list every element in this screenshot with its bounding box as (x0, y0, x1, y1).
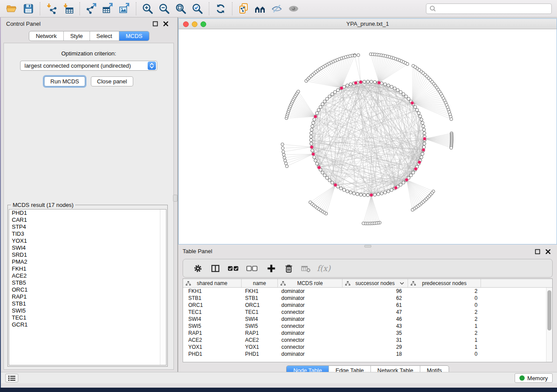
network-node-dominator[interactable] (310, 145, 314, 149)
network-node[interactable] (319, 106, 322, 109)
new-network-from-selection-button[interactable] (235, 2, 252, 16)
network-node[interactable] (310, 131, 313, 134)
network-node-dominator[interactable] (311, 152, 315, 156)
network-node[interactable] (393, 87, 396, 90)
open-file-button[interactable] (3, 2, 20, 16)
tab-select[interactable]: Select (90, 31, 119, 41)
table-row[interactable]: RAP1RAP1dominator352 (183, 330, 546, 337)
network-node[interactable] (414, 106, 417, 109)
network-node-dominator[interactable] (318, 166, 321, 169)
select-all-button[interactable] (225, 262, 243, 275)
network-node[interactable] (315, 111, 318, 114)
table-row[interactable]: FKH1FKH1dominator962 (183, 288, 546, 295)
network-node[interactable] (384, 191, 387, 194)
export-network-button[interactable] (83, 2, 100, 16)
network-node[interactable] (311, 149, 314, 152)
network-node[interactable] (281, 147, 284, 150)
network-node-dominator[interactable] (334, 183, 337, 187)
network-node[interactable] (407, 97, 410, 100)
network-node[interactable] (331, 93, 334, 96)
list-item[interactable]: ACE2 (9, 272, 166, 279)
column-header-name[interactable]: name (242, 279, 278, 287)
network-node[interactable] (310, 128, 313, 131)
network-node[interactable] (353, 54, 356, 57)
network-node[interactable] (417, 111, 420, 114)
network-node-dominator[interactable] (377, 81, 381, 85)
list-item[interactable]: STB5 (9, 279, 166, 286)
list-item[interactable]: PHD1 (9, 210, 166, 217)
network-node[interactable] (325, 176, 329, 179)
tab-style[interactable]: Style (63, 31, 90, 41)
zoom-out-button[interactable] (156, 2, 173, 16)
table-row[interactable]: ACE2ACE2connector311 (183, 337, 546, 344)
float-window-icon[interactable] (535, 249, 540, 254)
list-item[interactable]: GCR1 (9, 321, 166, 328)
network-node[interactable] (339, 187, 343, 190)
show-all-button[interactable] (285, 2, 302, 16)
network-node-dominator[interactable] (394, 186, 398, 189)
network-node-dominator[interactable] (418, 161, 421, 164)
network-node-dominator[interactable] (423, 137, 426, 141)
float-window-icon[interactable] (152, 21, 158, 27)
network-node[interactable] (422, 125, 425, 128)
network-node[interactable] (390, 85, 393, 88)
network-node[interactable] (370, 80, 373, 83)
network-node[interactable] (349, 83, 352, 86)
network-node[interactable] (356, 193, 359, 196)
export-image-button[interactable] (116, 2, 133, 16)
network-node[interactable] (380, 192, 383, 195)
memory-button[interactable]: Memory (515, 373, 553, 383)
network-node[interactable] (343, 189, 346, 192)
network-node-dominator[interactable] (405, 178, 408, 182)
delete-table-button[interactable] (298, 262, 314, 275)
run-mcds-button[interactable]: Run MCDS (44, 76, 85, 86)
optimization-select[interactable]: largest connected component (undirected) (20, 61, 157, 71)
network-node[interactable] (405, 95, 408, 98)
network-node[interactable] (373, 193, 376, 196)
network-node[interactable] (420, 156, 423, 159)
network-node[interactable] (399, 90, 402, 93)
network-node[interactable] (309, 135, 312, 138)
column-header-mcds-role[interactable]: MCDS role (278, 279, 343, 287)
tab-mcds[interactable]: MCDS (119, 31, 149, 41)
network-node[interactable] (317, 108, 320, 111)
network-node[interactable] (323, 174, 326, 177)
network-node[interactable] (421, 121, 424, 124)
close-icon[interactable] (163, 21, 169, 27)
network-node[interactable] (310, 142, 313, 145)
list-item[interactable]: CAR1 (9, 217, 166, 224)
import-table-button[interactable] (60, 2, 76, 16)
network-node[interactable] (321, 103, 324, 106)
hide-selected-button[interactable] (269, 2, 285, 16)
network-node[interactable] (346, 190, 349, 193)
network-node[interactable] (387, 84, 390, 87)
network-node[interactable] (362, 222, 365, 225)
network-node-dominator[interactable] (370, 193, 373, 197)
task-history-button[interactable] (5, 374, 18, 382)
network-node-dominator[interactable] (422, 148, 425, 151)
table-row[interactable]: YOX1YOX1connector291 (183, 344, 546, 351)
list-item[interactable]: SRD1 (9, 251, 166, 258)
network-node[interactable] (297, 90, 300, 93)
table-scrollbar-thumb[interactable] (547, 290, 551, 330)
list-item[interactable]: STP4 (9, 224, 166, 230)
network-node[interactable] (284, 159, 287, 162)
network-node[interactable] (309, 201, 312, 204)
network-node[interactable] (281, 143, 284, 146)
network-node[interactable] (412, 171, 415, 174)
network-node-dominator[interactable] (411, 101, 414, 105)
network-node[interactable] (421, 152, 424, 155)
network-node[interactable] (282, 150, 285, 153)
add-column-button[interactable] (263, 262, 280, 275)
close-panel-button[interactable]: Close panel (91, 76, 133, 86)
zoom-selected-button[interactable] (189, 2, 206, 16)
network-node[interactable] (282, 153, 285, 156)
network-canvas[interactable] (179, 29, 557, 243)
column-header-successor-nodes[interactable]: successor nodes (343, 279, 408, 287)
network-node[interactable] (315, 162, 318, 165)
list-item[interactable]: SWI4 (9, 244, 166, 251)
table-panel-divider-grip[interactable] (364, 245, 371, 248)
table-row[interactable]: PHD1PHD1dominator180 (183, 351, 546, 358)
network-node[interactable] (366, 80, 369, 83)
network-node[interactable] (423, 131, 426, 134)
